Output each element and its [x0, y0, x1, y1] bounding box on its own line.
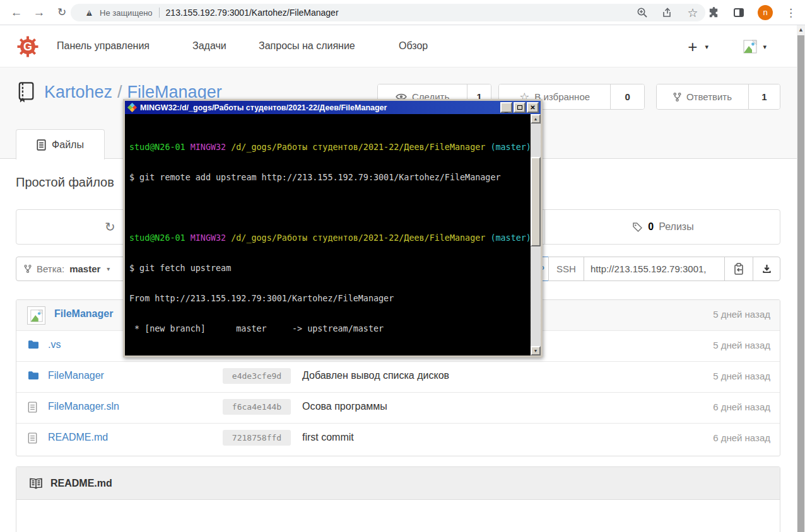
file-date: 5 дней назад [713, 371, 770, 381]
releases-count: 0 [648, 221, 654, 233]
reload-icon[interactable]: ↻ [53, 4, 71, 21]
create-new-plus-icon[interactable]: + [688, 37, 697, 57]
mintty-terminal-window: MINGW32:/d/_gogs/Работы студентов/2021-2… [123, 99, 543, 357]
folder-icon [28, 371, 39, 380]
not-secure-warning-icon: ▲! [85, 7, 96, 18]
fork-button[interactable]: Ответвить [657, 84, 748, 109]
file-name-link[interactable]: FileManager.sln [48, 401, 119, 412]
page-scrollbar[interactable]: ▲ [797, 25, 805, 532]
fork-button-group: Ответвить 1 [656, 84, 780, 110]
terminal-scrollbar[interactable]: ▲ ▼ [531, 114, 541, 356]
file-date: 6 дней назад [713, 402, 770, 412]
repository-book-icon [16, 81, 36, 103]
tag-icon [632, 222, 643, 233]
user-menu-caret-icon[interactable]: ▾ [763, 43, 767, 51]
commit-hash-link[interactable]: e4de3cfe9d [223, 368, 291, 384]
file-row-filemanager: FileManager e4de3cfe9d Добавлен вывод сп… [16, 362, 780, 393]
browser-menu-icon[interactable]: ⋮ [785, 6, 796, 20]
browser-toolbar: ← → ↻ ▲! Не защищено 213.155.192.79:3001… [0, 0, 805, 25]
readme-title: README.md [50, 478, 112, 489]
share-icon[interactable] [661, 6, 674, 19]
security-label: Не защищено [100, 8, 153, 18]
file-row-filemanager-sln: FileManager.sln f6ca4e144b Осова програм… [16, 393, 780, 424]
clone-url-input[interactable] [584, 257, 725, 281]
commit-message-link[interactable]: first commit [302, 432, 354, 443]
file-icon [28, 432, 37, 444]
back-icon[interactable]: ← [8, 4, 25, 21]
fork-icon [673, 92, 681, 102]
terminal-scroll-thumb[interactable] [531, 157, 541, 246]
copy-icon [733, 263, 744, 275]
extensions-puzzle-icon[interactable] [707, 6, 720, 19]
file-name-link[interactable]: FileManager [48, 370, 104, 381]
url-text: 213.155.192.79:3001/Kartohez/FileManager [166, 8, 339, 18]
branch-caret-icon: ▾ [107, 265, 110, 272]
omnibox-divider [159, 8, 160, 18]
nav-pull-requests[interactable]: Запросы на слияние [259, 40, 355, 52]
zoom-icon[interactable] [636, 6, 649, 19]
user-avatar-broken-image-icon[interactable] [743, 39, 758, 54]
branch-label: Ветка: [37, 263, 64, 274]
nav-dashboard[interactable]: Панель управления [57, 40, 150, 52]
terminal-output: stud@N26-01 MINGW32 /d/_gogs/Работы студ… [125, 114, 531, 356]
forward-icon[interactable]: → [30, 4, 48, 21]
terminal-body: stud@N26-01 MINGW32 /d/_gogs/Работы студ… [125, 114, 541, 356]
broken-image-icon [30, 309, 44, 323]
browser-profile-avatar[interactable]: n [758, 5, 773, 20]
terminal-scroll-down-icon[interactable]: ▼ [531, 346, 541, 356]
create-new-caret-icon[interactable]: ▾ [705, 43, 708, 51]
side-panel-icon[interactable] [732, 6, 745, 19]
commits-history-icon[interactable]: ↻ [105, 219, 115, 234]
screen: ← → ↻ ▲! Не защищено 213.155.192.79:3001… [0, 0, 805, 532]
nav-issues[interactable]: Задачи [192, 40, 226, 52]
terminal-title-bar[interactable]: MINGW32:/d/_gogs/Работы студентов/2021-2… [125, 101, 541, 114]
gogs-navbar: G Панель управления Задачи Запросы на сл… [0, 26, 797, 67]
close-button[interactable]: ✕ [527, 102, 539, 113]
file-date: 5 дней назад [713, 340, 770, 350]
download-repo-button[interactable] [753, 257, 780, 281]
file-icon [28, 402, 37, 413]
branch-selector-button[interactable]: Ветка: master ▾ [16, 257, 126, 281]
repo-owner-link[interactable]: Kartohez [44, 83, 112, 101]
svg-text:G: G [23, 40, 32, 53]
readme-header: README.md [16, 467, 780, 500]
commit-hash-link[interactable]: f6ca4e144b [223, 399, 291, 415]
branch-name: master [69, 263, 100, 274]
readme-book-icon [29, 478, 43, 489]
git-bash-icon [127, 103, 137, 112]
bookmark-star-icon[interactable]: ☆ [686, 6, 699, 19]
folder-icon [28, 340, 39, 349]
clone-ssh-button[interactable]: SSH [548, 257, 584, 281]
terminal-title: MINGW32:/d/_gogs/Работы студентов/2021-2… [140, 103, 499, 112]
commit-author-avatar [27, 306, 45, 325]
tab-files[interactable]: Файлы [16, 129, 105, 159]
file-name-link[interactable]: README.md [48, 432, 108, 443]
maximize-button[interactable] [514, 102, 526, 113]
commit-message-link[interactable]: Добавлен вывод списка дисков [302, 370, 449, 381]
terminal-scroll-up-icon[interactable]: ▲ [531, 114, 541, 124]
file-row-readme: README.md 7218758ffd first commit 6 дней… [16, 424, 780, 454]
star-count[interactable]: 0 [610, 84, 644, 109]
copy-clone-url-button[interactable] [724, 257, 753, 281]
files-tab-icon [37, 139, 46, 151]
repo-description: Простой файлов [16, 175, 114, 190]
commit-message-link[interactable]: Осова программы [302, 401, 387, 412]
file-name-link[interactable]: .vs [48, 339, 61, 350]
scrollbar-up-arrow-icon[interactable]: ▲ [797, 26, 805, 33]
file-date: 6 дней назад [713, 432, 770, 443]
commit-author-link[interactable]: FileManager [54, 308, 113, 320]
latest-commit-date: 5 дней назад [713, 309, 770, 320]
fork-count[interactable]: 1 [748, 84, 780, 109]
download-icon [761, 263, 772, 274]
readme-panel: README.md [16, 466, 780, 532]
gogs-logo[interactable]: G [16, 35, 39, 58]
address-bar[interactable]: ▲! Не защищено 213.155.192.79:3001/Karto… [71, 4, 705, 21]
commit-hash-link[interactable]: 7218758ffd [223, 430, 291, 446]
nav-explore[interactable]: Обзор [399, 40, 428, 52]
minimize-button[interactable]: _ [500, 102, 512, 113]
branch-icon [24, 264, 32, 274]
releases-label: Релизы [659, 221, 693, 233]
scrollbar-thumb[interactable] [797, 35, 804, 532]
releases-link[interactable]: 0 Релизы [544, 210, 781, 244]
